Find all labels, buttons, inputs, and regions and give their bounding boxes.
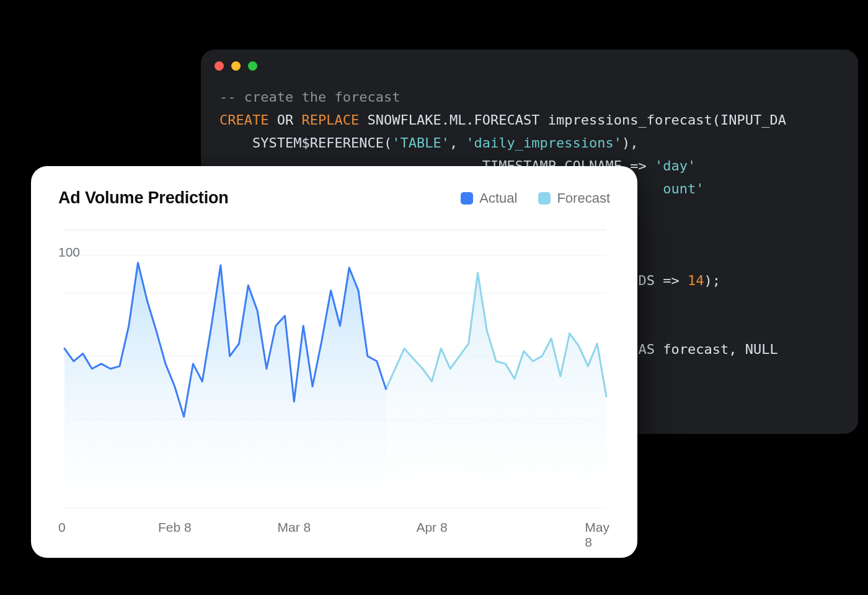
chart-title: Ad Volume Prediction	[58, 188, 229, 208]
legend-label-forecast: Forecast	[557, 190, 610, 206]
legend-item-actual: Actual	[461, 190, 517, 206]
close-icon[interactable]	[215, 61, 224, 71]
x-tick-may8: May 8	[585, 520, 609, 550]
legend-label-actual: Actual	[479, 190, 517, 206]
legend-swatch-actual	[461, 192, 473, 205]
minimize-icon[interactable]	[231, 61, 241, 71]
chart-svg	[58, 223, 610, 520]
maximize-icon[interactable]	[248, 61, 257, 71]
chart-legend: Actual Forecast	[461, 190, 610, 206]
x-tick-apr8: Apr 8	[416, 520, 447, 535]
x-tick-mar8: Mar 8	[277, 520, 311, 535]
chart-card: Ad Volume Prediction Actual Forecast 100…	[31, 166, 637, 558]
legend-item-forecast: Forecast	[538, 190, 610, 206]
legend-swatch-forecast	[538, 192, 551, 205]
x-tick-feb8: Feb 8	[158, 520, 192, 535]
chart-plot: 100 0 Feb 8 Mar 8 Apr 8 May 8	[58, 223, 610, 537]
y-tick-100: 100	[58, 245, 80, 260]
window-titlebar	[201, 50, 858, 82]
chart-header: Ad Volume Prediction Actual Forecast	[58, 188, 610, 208]
x-axis-zero: 0	[58, 520, 66, 535]
x-axis-labels: 0 Feb 8 Mar 8 Apr 8 May 8	[58, 520, 610, 537]
